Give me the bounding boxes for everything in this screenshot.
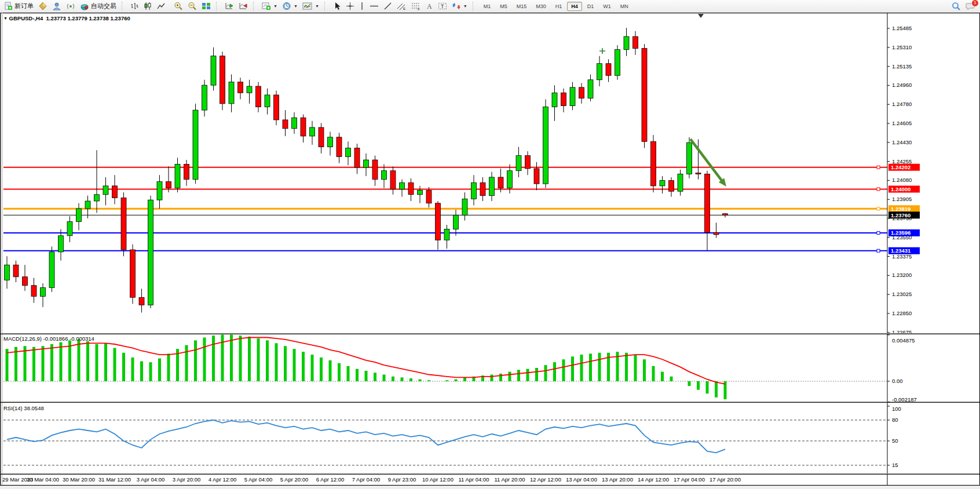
crosshair-button[interactable] [343,1,357,12]
periods-button[interactable]: ▼ [280,1,300,12]
price-tick: 1.24780 [892,101,912,107]
chart-symbol-label: GBPUSD-,H4 [9,15,43,21]
zoom-out-icon [188,2,197,10]
mql-button[interactable] [36,1,50,12]
zoom-out-button[interactable] [185,1,199,12]
line-chart-icon [157,2,166,10]
timeframe-h4-button[interactable]: H4 [567,2,582,11]
timeframe-h1-button[interactable]: H1 [551,2,566,11]
rsi-axis-tick: 80 [892,417,898,423]
dropdown-arrow-icon: ▼ [294,4,298,8]
macd-axis-tick: 0.00 [892,378,903,384]
chart-title-marker-icon[interactable]: ▼ [3,16,8,20]
time-axis[interactable]: 29 Mar 202330 Mar 04:0030 Mar 20:0031 Ma… [2,476,741,483]
bar-chart-icon [130,2,139,10]
time-tick: 30 Mar 04:00 [27,476,59,483]
price-chart-canvas[interactable]: 1.254851.253101.251351.249601.247801.246… [0,0,980,489]
macd-axis-tick: 0.004875 [892,337,915,344]
hline-handle[interactable] [877,231,880,234]
templates-button[interactable]: ▼ [300,1,321,12]
auto-scroll-icon [225,2,234,10]
auto-scroll-button[interactable] [222,1,236,12]
trendline-button[interactable] [381,1,394,12]
new-order-button[interactable]: 新订单 [2,1,36,12]
svg-text:1.23819: 1.23819 [891,206,910,212]
rsi-axis-tick: 100 [892,406,901,412]
equidistant-channel-button[interactable]: E [394,1,409,12]
price-tick: 1.23200 [892,272,912,278]
timeframe-d1-button[interactable]: D1 [583,2,598,11]
macd-axis-tick: -0.002187 [892,396,917,403]
timeframe-m5-button[interactable]: M5 [496,2,511,11]
arrows-button[interactable]: ▼ [449,1,470,12]
candlestick-chart-button[interactable] [141,1,155,12]
chart-shift-button[interactable] [236,1,250,12]
rsi-axis-tick: 50 [892,437,898,444]
vertical-line-button[interactable] [357,1,367,12]
hline-handle[interactable] [877,207,880,210]
time-tick: 6 Apr 12:00 [316,476,345,483]
text-button[interactable]: A [423,1,436,12]
timeframe-w1-button[interactable]: W1 [599,2,615,11]
price-tick: 1.22675 [892,329,912,335]
trendline-icon [383,2,392,10]
horizontal-line-button[interactable] [367,1,381,12]
price-tick: 1.25135 [892,63,912,70]
timeframe-m15-button[interactable]: M15 [513,2,531,11]
bar-chart-button[interactable] [128,1,141,12]
price-tick: 1.24605 [892,120,912,126]
time-tick: 13 Apr 20:00 [602,476,633,483]
line-chart-button[interactable] [155,1,168,12]
time-tick: 9 Apr 23:00 [388,476,416,483]
toolbar-separator [324,2,328,11]
search-icon[interactable] [952,2,961,11]
cursor-button[interactable] [331,1,343,12]
price-tick: 1.24430 [892,139,912,145]
zoom-in-button[interactable] [171,1,185,12]
new-order-icon [4,2,13,10]
time-tick: 5 Apr 20:00 [280,476,309,483]
svg-text:1.24000: 1.24000 [891,186,910,192]
tile-windows-icon [202,2,211,10]
timeframe-mn-button[interactable]: MN [616,2,632,11]
equidistant-channel-icon: E [397,2,407,10]
zoom-in-icon [174,2,183,10]
chart-title: ▼ GBPUSD-,H4 1.23773 1.23779 1.23738 1.2… [3,15,130,21]
fibonacci-button[interactable]: F [409,1,423,12]
timeframe-m1-button[interactable]: M1 [480,2,495,11]
timeframe-m30-button[interactable]: M30 [532,2,550,11]
price-tick: 1.24255 [892,158,912,165]
auto-trading-button[interactable]: 自动交易 [78,1,119,12]
time-tick: 11 Apr 20:00 [494,476,525,483]
time-tick: 14 Apr 12:00 [638,476,669,483]
chart-shift-icon [239,2,248,10]
new-chart-button[interactable]: ▼ [259,1,280,12]
hline-handle[interactable] [877,166,880,169]
text-label-button[interactable]: T [436,1,449,12]
signals-button[interactable] [64,1,78,12]
hline-handle[interactable] [877,249,880,252]
crosshair-icon [346,2,354,10]
hline-handle[interactable] [877,188,880,191]
macd-indicator-label: MACD(12,26,9) -0.001866 -0.000314 [3,335,94,342]
price-tick: 1.24080 [892,177,912,183]
vertical-line-icon [359,2,365,10]
chat-icon[interactable]: 1 [966,2,975,11]
auto-trading-label: 自动交易 [91,2,116,10]
virtual-hosting-button[interactable] [50,1,64,12]
mql-diamond-icon [38,2,47,10]
chart-window: 1.254851.253101.251351.249601.247801.246… [0,0,980,489]
chart-ohlc-values: 1.23773 1.23779 1.23738 1.23760 [46,15,130,21]
svg-text:1.23596: 1.23596 [891,229,910,236]
price-tick: 1.23905 [892,196,912,202]
svg-text:F: F [418,8,420,10]
time-tick: 31 Mar 12:00 [98,476,131,483]
time-tick: 12 Apr 12:00 [530,476,561,483]
horizontal-line-icon [370,2,379,10]
tile-windows-button[interactable] [199,1,213,12]
price-tick: 1.23025 [892,291,912,297]
time-tick: 5 Apr 04:00 [244,476,273,483]
time-tick: 11 Apr 04:00 [458,476,489,483]
svg-text:A: A [427,2,432,10]
time-tick: 4 Apr 12:00 [209,476,237,483]
